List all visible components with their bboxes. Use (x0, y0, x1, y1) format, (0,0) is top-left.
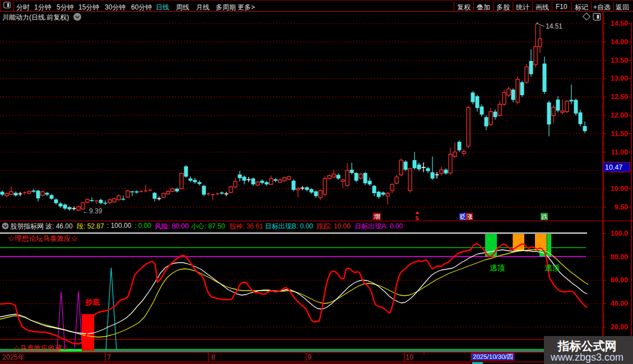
svg-text:10.00: 10.00 (611, 185, 628, 193)
svg-text:14.00: 14.00 (611, 38, 628, 46)
svg-text:20.00: 20.00 (611, 323, 628, 331)
svg-text:11.00: 11.00 (611, 148, 628, 156)
svg-text:跌: 跌 (541, 213, 548, 220)
svg-text:10.47: 10.47 (605, 164, 622, 171)
svg-text:9: 9 (308, 353, 311, 361)
svg-text:14.51: 14.51 (546, 22, 562, 30)
svg-text:11.50: 11.50 (611, 130, 628, 138)
svg-text:指标公式网: 指标公式网 (557, 339, 617, 352)
svg-text:逃顶: 逃顶 (490, 264, 505, 272)
svg-text:40.00: 40.00 (611, 300, 628, 307)
svg-text:7: 7 (107, 353, 111, 361)
svg-text:涨: 涨 (467, 213, 473, 220)
svg-text:8: 8 (211, 353, 215, 361)
svg-text:☆理想论坛马泰效应☆: ☆理想论坛马泰效应☆ (8, 235, 78, 242)
svg-text:60.00: 60.00 (611, 276, 628, 284)
svg-text:增: 增 (374, 213, 380, 220)
svg-text:13.50: 13.50 (611, 57, 628, 64)
svg-text:www.zbgs3.com: www.zbgs3.com (550, 352, 623, 363)
svg-text:2025年: 2025年 (2, 353, 25, 361)
svg-text:贬: 贬 (460, 213, 467, 220)
svg-text:2025/10/30/四: 2025/10/30/四 (473, 353, 513, 360)
svg-text:←9.39: ←9.39 (82, 207, 103, 215)
svg-text:抄底: 抄底 (85, 298, 100, 306)
svg-text:☆马泰效应收藏☆: ☆马泰效应收藏☆ (13, 344, 69, 352)
svg-text:100.0: 100.0 (611, 230, 628, 237)
svg-text:逃顶: 逃顶 (544, 264, 560, 272)
svg-text:10: 10 (406, 353, 413, 361)
svg-text:9.50: 9.50 (615, 203, 628, 211)
svg-text:12.50: 12.50 (611, 93, 628, 101)
svg-text:80.00: 80.00 (611, 253, 628, 261)
svg-text:13.00: 13.00 (611, 74, 628, 82)
svg-text:12.00: 12.00 (611, 111, 628, 119)
